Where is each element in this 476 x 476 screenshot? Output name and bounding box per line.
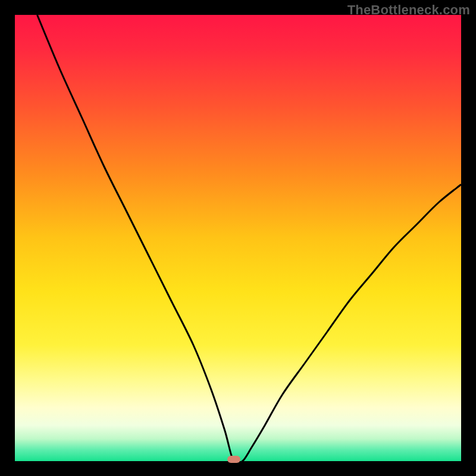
gradient-background — [15, 15, 461, 461]
minimum-marker — [227, 456, 240, 463]
plot-area — [15, 15, 461, 461]
attribution-label: TheBottleneck.com — [347, 2, 470, 18]
chart-svg — [15, 15, 461, 461]
chart-frame: TheBottleneck.com — [0, 0, 476, 476]
